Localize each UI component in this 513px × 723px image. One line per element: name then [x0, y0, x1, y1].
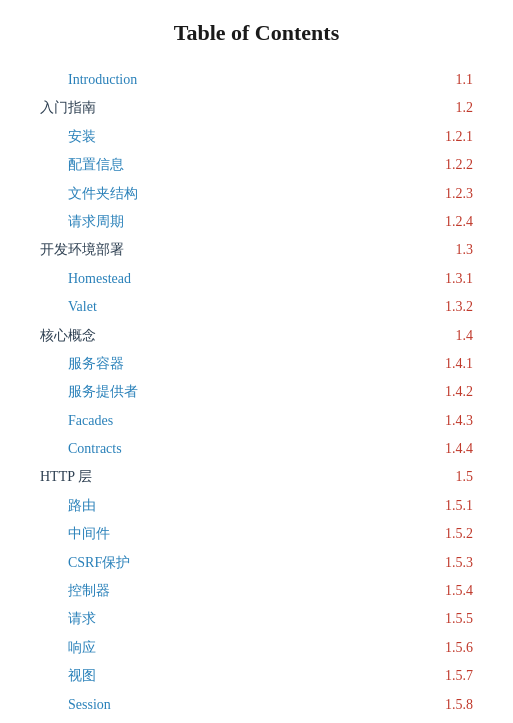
toc-row: Introduction1.1: [40, 66, 473, 94]
toc-entry-label[interactable]: Valet: [40, 293, 357, 321]
toc-row: 请求周期1.2.4: [40, 208, 473, 236]
toc-link[interactable]: 视图: [68, 668, 96, 683]
toc-row: 响应1.5.6: [40, 634, 473, 662]
toc-table: Introduction1.1入门指南1.2安装1.2.1配置信息1.2.2文件…: [40, 66, 473, 723]
toc-section-number: 1.5.9: [357, 719, 473, 723]
toc-section-number: 1.4: [357, 322, 473, 350]
toc-row: Session1.5.8: [40, 691, 473, 719]
toc-section-number: 1.5.3: [357, 549, 473, 577]
page-title: Table of Contents: [40, 20, 473, 46]
toc-entry-label[interactable]: Facades: [40, 407, 357, 435]
toc-link[interactable]: 文件夹结构: [68, 186, 138, 201]
toc-section-number: 1.1: [357, 66, 473, 94]
toc-row: 中间件1.5.2: [40, 520, 473, 548]
toc-link[interactable]: 请求: [68, 611, 96, 626]
toc-entry-label: 核心概念: [40, 322, 357, 350]
toc-entry-label: 入门指南: [40, 94, 357, 122]
toc-section-number: 1.5.8: [357, 691, 473, 719]
toc-section-number: 1.2: [357, 94, 473, 122]
toc-link[interactable]: 响应: [68, 640, 96, 655]
toc-entry-label: 开发环境部署: [40, 236, 357, 264]
toc-row: 配置信息1.2.2: [40, 151, 473, 179]
toc-link[interactable]: Session: [68, 697, 111, 712]
toc-entry-label[interactable]: CSRF保护: [40, 549, 357, 577]
toc-row: 文件夹结构1.2.3: [40, 180, 473, 208]
toc-section-number: 1.4.3: [357, 407, 473, 435]
toc-entry-label[interactable]: 表单验证: [40, 719, 357, 723]
toc-entry-label[interactable]: 请求: [40, 605, 357, 633]
toc-row: 服务提供者1.4.2: [40, 378, 473, 406]
toc-link[interactable]: 服务提供者: [68, 384, 138, 399]
toc-entry-label[interactable]: 控制器: [40, 577, 357, 605]
toc-row: CSRF保护1.5.3: [40, 549, 473, 577]
toc-link[interactable]: 控制器: [68, 583, 110, 598]
toc-entry-label[interactable]: 配置信息: [40, 151, 357, 179]
toc-entry-label[interactable]: Contracts: [40, 435, 357, 463]
toc-entry-label[interactable]: Introduction: [40, 66, 357, 94]
toc-link[interactable]: 安装: [68, 129, 96, 144]
toc-row: Homestead1.3.1: [40, 265, 473, 293]
toc-link[interactable]: CSRF保护: [68, 555, 130, 570]
toc-section-number: 1.5.5: [357, 605, 473, 633]
toc-entry-label[interactable]: 安装: [40, 123, 357, 151]
toc-entry-label[interactable]: Homestead: [40, 265, 357, 293]
toc-section-number: 1.5.1: [357, 492, 473, 520]
toc-row: 安装1.2.1: [40, 123, 473, 151]
toc-section-number: 1.2.2: [357, 151, 473, 179]
toc-section-number: 1.5.7: [357, 662, 473, 690]
toc-row: 开发环境部署1.3: [40, 236, 473, 264]
toc-row: 表单验证1.5.9: [40, 719, 473, 723]
toc-section-number: 1.5: [357, 463, 473, 491]
toc-link[interactable]: 请求周期: [68, 214, 124, 229]
toc-row: 入门指南1.2: [40, 94, 473, 122]
toc-link[interactable]: 路由: [68, 498, 96, 513]
toc-section-number: 1.2.4: [357, 208, 473, 236]
toc-row: 控制器1.5.4: [40, 577, 473, 605]
toc-entry-label[interactable]: 视图: [40, 662, 357, 690]
toc-row: 服务容器1.4.1: [40, 350, 473, 378]
toc-section-number: 1.5.4: [357, 577, 473, 605]
toc-section-number: 1.4.2: [357, 378, 473, 406]
toc-entry-label[interactable]: 响应: [40, 634, 357, 662]
toc-entry-label[interactable]: 请求周期: [40, 208, 357, 236]
toc-entry-label[interactable]: 路由: [40, 492, 357, 520]
toc-link[interactable]: 服务容器: [68, 356, 124, 371]
toc-link[interactable]: 中间件: [68, 526, 110, 541]
toc-section-number: 1.4.1: [357, 350, 473, 378]
toc-row: 核心概念1.4: [40, 322, 473, 350]
toc-link[interactable]: Homestead: [68, 271, 131, 286]
toc-row: Contracts1.4.4: [40, 435, 473, 463]
toc-entry-label[interactable]: 服务提供者: [40, 378, 357, 406]
toc-row: HTTP 层1.5: [40, 463, 473, 491]
toc-link[interactable]: Facades: [68, 413, 113, 428]
toc-link[interactable]: Valet: [68, 299, 97, 314]
toc-row: 路由1.5.1: [40, 492, 473, 520]
toc-section-number: 1.2.3: [357, 180, 473, 208]
toc-section-number: 1.3.2: [357, 293, 473, 321]
toc-entry-label[interactable]: 服务容器: [40, 350, 357, 378]
toc-row: Facades1.4.3: [40, 407, 473, 435]
toc-link[interactable]: Contracts: [68, 441, 122, 456]
toc-section-number: 1.2.1: [357, 123, 473, 151]
toc-section-number: 1.5.2: [357, 520, 473, 548]
toc-row: 视图1.5.7: [40, 662, 473, 690]
toc-row: 请求1.5.5: [40, 605, 473, 633]
toc-entry-label[interactable]: Session: [40, 691, 357, 719]
toc-entry-label[interactable]: 中间件: [40, 520, 357, 548]
toc-entry-label[interactable]: 文件夹结构: [40, 180, 357, 208]
toc-section-number: 1.5.6: [357, 634, 473, 662]
toc-section-number: 1.3.1: [357, 265, 473, 293]
toc-section-number: 1.3: [357, 236, 473, 264]
toc-link[interactable]: Introduction: [68, 72, 137, 87]
toc-row: Valet1.3.2: [40, 293, 473, 321]
toc-section-number: 1.4.4: [357, 435, 473, 463]
toc-entry-label: HTTP 层: [40, 463, 357, 491]
toc-link[interactable]: 配置信息: [68, 157, 124, 172]
